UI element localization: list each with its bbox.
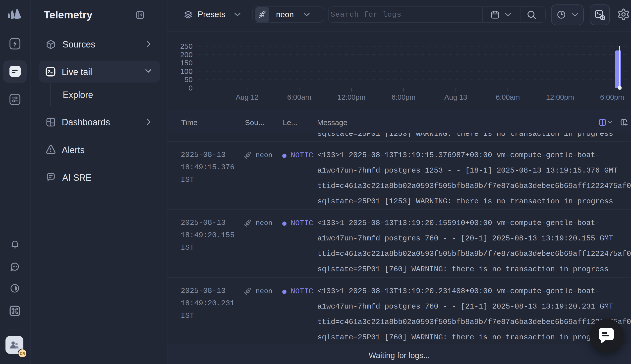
svg-text:12:00pm: 12:00pm bbox=[546, 93, 574, 101]
svg-text:0: 0 bbox=[188, 84, 193, 92]
svg-text:6:00am: 6:00am bbox=[287, 93, 311, 101]
svg-text:250: 250 bbox=[180, 42, 193, 50]
svg-text:6:00pm: 6:00pm bbox=[600, 93, 624, 101]
svg-text:12:00pm: 12:00pm bbox=[338, 93, 366, 101]
svg-text:Aug 13: Aug 13 bbox=[444, 93, 467, 101]
svg-text:150: 150 bbox=[180, 59, 193, 67]
svg-text:100: 100 bbox=[180, 67, 193, 75]
svg-text:50: 50 bbox=[184, 75, 193, 84]
svg-text:6:00am: 6:00am bbox=[496, 93, 520, 101]
svg-text:6:00pm: 6:00pm bbox=[392, 93, 416, 101]
svg-text:200: 200 bbox=[180, 50, 193, 59]
svg-text:Aug 12: Aug 12 bbox=[236, 93, 259, 101]
